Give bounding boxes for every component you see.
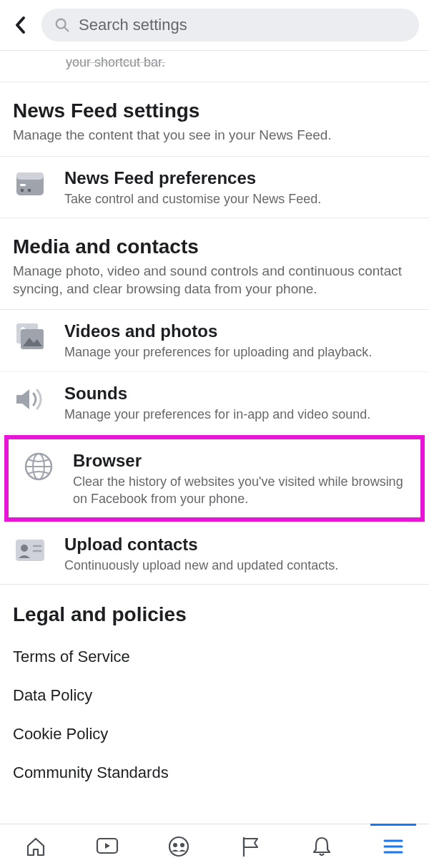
- svg-point-18: [169, 837, 188, 856]
- link-cookie-policy[interactable]: Cookie Policy: [13, 715, 416, 754]
- item-title: Browser: [73, 451, 408, 471]
- newsfeed-icon: [13, 167, 47, 201]
- search-input[interactable]: [79, 16, 406, 34]
- bell-icon: [312, 835, 332, 857]
- svg-point-14: [21, 545, 28, 552]
- item-sounds[interactable]: Sounds Manage your preferences for in-ap…: [0, 372, 429, 434]
- link-data-policy[interactable]: Data Policy: [13, 676, 416, 715]
- item-title: Sounds: [64, 384, 416, 404]
- item-desc: Take control and customise your News Fee…: [64, 191, 416, 208]
- bottom-nav: [0, 824, 429, 857]
- groups-icon: [167, 835, 190, 857]
- svg-point-5: [21, 188, 24, 191]
- section-legal: Legal and policies Terms of Service Data…: [0, 585, 429, 799]
- chevron-left-icon: [14, 16, 28, 34]
- photos-icon: [13, 320, 47, 354]
- item-videos-photos[interactable]: Videos and photos Manage your preference…: [0, 310, 429, 371]
- svg-point-6: [28, 188, 31, 191]
- svg-point-20: [180, 843, 184, 847]
- nav-menu[interactable]: [365, 824, 422, 857]
- nav-groups[interactable]: [150, 824, 207, 857]
- item-desc: Continuously upload new and updated cont…: [64, 557, 416, 574]
- item-title: Videos and photos: [64, 321, 416, 341]
- nav-notifications[interactable]: [293, 824, 350, 857]
- truncated-prev-item: your shortcut bar.: [0, 51, 429, 82]
- nav-pages[interactable]: [222, 824, 279, 857]
- section-subtitle: Manage photo, video and sound controls a…: [13, 263, 416, 298]
- search-icon: [54, 17, 70, 33]
- section-newsfeed: News Feed settings Manage the content th…: [0, 82, 429, 157]
- svg-point-19: [173, 843, 177, 847]
- item-desc: Clear the history of websites you've vis…: [73, 474, 408, 507]
- header-bar: [0, 0, 429, 51]
- contact-card-icon: [13, 533, 47, 567]
- section-title: Media and contacts: [13, 235, 416, 258]
- sound-icon: [13, 382, 47, 416]
- item-title: News Feed preferences: [64, 168, 416, 188]
- svg-line-1: [64, 27, 69, 31]
- item-desc: Manage your preferences for uploading an…: [64, 344, 416, 361]
- item-upload-contacts[interactable]: Upload contacts Continuously upload new …: [0, 523, 429, 585]
- item-title: Upload contacts: [64, 535, 416, 555]
- highlight-browser: Browser Clear the history of websites yo…: [4, 435, 425, 522]
- flag-icon: [240, 835, 261, 857]
- section-media: Media and contacts Manage photo, video a…: [0, 218, 429, 310]
- svg-rect-3: [16, 172, 44, 180]
- section-title: News Feed settings: [13, 99, 416, 122]
- svg-rect-4: [20, 184, 26, 186]
- search-bar[interactable]: [41, 9, 419, 42]
- section-subtitle: Manage the content that you see in your …: [13, 127, 416, 145]
- item-browser[interactable]: Browser Clear the history of websites yo…: [9, 439, 420, 517]
- section-title: Legal and policies: [13, 603, 416, 626]
- globe-icon: [21, 449, 56, 484]
- link-community-standards[interactable]: Community Standards: [13, 754, 416, 792]
- nav-home[interactable]: [7, 824, 64, 857]
- link-terms[interactable]: Terms of Service: [13, 638, 416, 676]
- hamburger-icon: [383, 838, 404, 855]
- item-newsfeed-preferences[interactable]: News Feed preferences Take control and c…: [0, 157, 429, 218]
- watch-icon: [95, 837, 119, 857]
- home-icon: [24, 835, 47, 857]
- item-desc: Manage your preferences for in-app and v…: [64, 406, 416, 423]
- nav-watch[interactable]: [79, 824, 136, 857]
- back-button[interactable]: [10, 14, 31, 36]
